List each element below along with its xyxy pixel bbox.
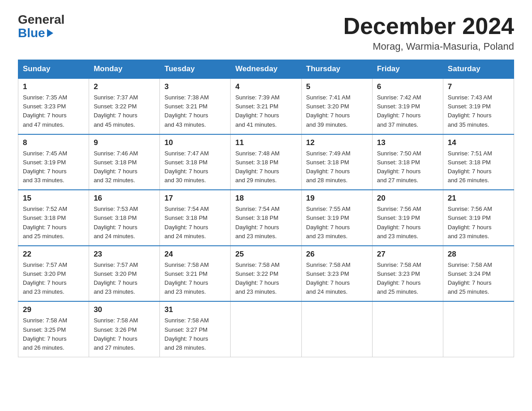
calendar-empty-cell [301,301,372,357]
calendar-day-cell: 30 Sunrise: 7:58 AM Sunset: 3:26 PM Dayl… [89,301,160,357]
day-info: Sunrise: 7:57 AM Sunset: 3:20 PM Dayligh… [94,261,138,295]
calendar-day-cell: 14 Sunrise: 7:51 AM Sunset: 3:18 PM Dayl… [443,134,514,190]
day-info: Sunrise: 7:37 AM Sunset: 3:22 PM Dayligh… [94,94,138,128]
calendar-header-thursday: Thursday [301,60,372,79]
day-number: 13 [377,138,438,147]
day-number: 24 [164,250,226,259]
day-info: Sunrise: 7:49 AM Sunset: 3:18 PM Dayligh… [306,150,351,184]
calendar-week-row: 1 Sunrise: 7:35 AM Sunset: 3:23 PM Dayli… [18,78,514,134]
day-info: Sunrise: 7:53 AM Sunset: 3:18 PM Dayligh… [94,206,138,239]
day-number: 15 [23,194,84,203]
calendar-day-cell: 3 Sunrise: 7:38 AM Sunset: 3:21 PM Dayli… [160,78,231,134]
calendar-day-cell: 20 Sunrise: 7:56 AM Sunset: 3:19 PM Dayl… [372,190,443,246]
calendar-day-cell: 4 Sunrise: 7:39 AM Sunset: 3:21 PM Dayli… [231,78,301,134]
calendar-day-cell: 18 Sunrise: 7:54 AM Sunset: 3:18 PM Dayl… [231,190,301,246]
calendar-week-row: 29 Sunrise: 7:58 AM Sunset: 3:25 PM Dayl… [18,301,514,357]
calendar-header-saturday: Saturday [443,60,514,79]
calendar-title: December 2024 [343,13,514,39]
calendar-day-cell: 24 Sunrise: 7:58 AM Sunset: 3:21 PM Dayl… [160,246,231,302]
day-info: Sunrise: 7:45 AM Sunset: 3:19 PM Dayligh… [23,150,67,184]
day-number: 21 [448,194,509,203]
calendar-day-cell: 22 Sunrise: 7:57 AM Sunset: 3:20 PM Dayl… [18,246,89,302]
logo-general-text: General [18,13,64,26]
calendar-subtitle: Morag, Warmia-Masuria, Poland [343,41,514,52]
day-info: Sunrise: 7:48 AM Sunset: 3:18 PM Dayligh… [235,150,279,184]
calendar-day-cell: 16 Sunrise: 7:53 AM Sunset: 3:18 PM Dayl… [89,190,160,246]
day-info: Sunrise: 7:56 AM Sunset: 3:19 PM Dayligh… [448,206,492,239]
day-info: Sunrise: 7:35 AM Sunset: 3:23 PM Dayligh… [23,94,67,128]
day-number: 20 [377,194,438,203]
day-number: 27 [377,250,438,259]
logo: General Blue [18,13,64,40]
day-number: 16 [94,194,155,203]
day-info: Sunrise: 7:50 AM Sunset: 3:18 PM Dayligh… [377,150,421,184]
day-number: 23 [94,250,155,259]
day-number: 2 [94,82,155,91]
day-info: Sunrise: 7:58 AM Sunset: 3:21 PM Dayligh… [164,261,209,295]
day-info: Sunrise: 7:58 AM Sunset: 3:26 PM Dayligh… [94,317,138,351]
day-number: 6 [377,82,438,91]
day-info: Sunrise: 7:46 AM Sunset: 3:18 PM Dayligh… [94,150,138,184]
calendar-header-wednesday: Wednesday [231,60,301,79]
day-number: 19 [306,194,368,203]
calendar-day-cell: 26 Sunrise: 7:58 AM Sunset: 3:23 PM Dayl… [301,246,372,302]
calendar-day-cell: 10 Sunrise: 7:47 AM Sunset: 3:18 PM Dayl… [160,134,231,190]
day-number: 8 [23,138,84,147]
day-number: 17 [164,194,226,203]
calendar-day-cell: 5 Sunrise: 7:41 AM Sunset: 3:20 PM Dayli… [301,78,372,134]
calendar-header-sunday: Sunday [18,60,89,79]
day-number: 26 [306,250,368,259]
calendar-day-cell: 11 Sunrise: 7:48 AM Sunset: 3:18 PM Dayl… [231,134,301,190]
day-info: Sunrise: 7:42 AM Sunset: 3:19 PM Dayligh… [377,94,421,128]
day-info: Sunrise: 7:58 AM Sunset: 3:27 PM Dayligh… [164,317,209,351]
day-info: Sunrise: 7:38 AM Sunset: 3:21 PM Dayligh… [164,94,209,128]
day-info: Sunrise: 7:58 AM Sunset: 3:24 PM Dayligh… [448,261,492,295]
day-number: 22 [23,250,84,259]
day-info: Sunrise: 7:58 AM Sunset: 3:25 PM Dayligh… [23,317,67,351]
calendar-header-monday: Monday [89,60,160,79]
day-info: Sunrise: 7:39 AM Sunset: 3:21 PM Dayligh… [235,94,279,128]
calendar-day-cell: 19 Sunrise: 7:55 AM Sunset: 3:19 PM Dayl… [301,190,372,246]
page-header: General Blue December 2024 Morag, Warmia… [18,13,514,52]
day-number: 7 [448,82,509,91]
day-number: 11 [235,138,296,147]
day-number: 25 [235,250,296,259]
calendar-day-cell: 2 Sunrise: 7:37 AM Sunset: 3:22 PM Dayli… [89,78,160,134]
calendar-day-cell: 6 Sunrise: 7:42 AM Sunset: 3:19 PM Dayli… [372,78,443,134]
calendar-empty-cell [372,301,443,357]
calendar-day-cell: 28 Sunrise: 7:58 AM Sunset: 3:24 PM Dayl… [443,246,514,302]
title-block: December 2024 Morag, Warmia-Masuria, Pol… [343,13,514,52]
day-number: 1 [23,82,84,91]
day-number: 18 [235,194,296,203]
day-number: 28 [448,250,509,259]
day-info: Sunrise: 7:57 AM Sunset: 3:20 PM Dayligh… [23,261,67,295]
calendar-week-row: 8 Sunrise: 7:45 AM Sunset: 3:19 PM Dayli… [18,134,514,190]
calendar-day-cell: 29 Sunrise: 7:58 AM Sunset: 3:25 PM Dayl… [18,301,89,357]
day-number: 3 [164,82,226,91]
calendar-week-row: 22 Sunrise: 7:57 AM Sunset: 3:20 PM Dayl… [18,246,514,302]
logo-triangle-icon [47,29,53,37]
calendar-day-cell: 31 Sunrise: 7:58 AM Sunset: 3:27 PM Dayl… [160,301,231,357]
day-number: 14 [448,138,509,147]
calendar-day-cell: 23 Sunrise: 7:57 AM Sunset: 3:20 PM Dayl… [89,246,160,302]
day-info: Sunrise: 7:54 AM Sunset: 3:18 PM Dayligh… [164,206,209,239]
calendar-day-cell: 17 Sunrise: 7:54 AM Sunset: 3:18 PM Dayl… [160,190,231,246]
day-info: Sunrise: 7:51 AM Sunset: 3:18 PM Dayligh… [448,150,492,184]
day-info: Sunrise: 7:58 AM Sunset: 3:23 PM Dayligh… [306,261,351,295]
day-info: Sunrise: 7:52 AM Sunset: 3:18 PM Dayligh… [23,206,67,239]
day-number: 31 [164,305,226,314]
calendar-header-row: SundayMondayTuesdayWednesdayThursdayFrid… [18,60,514,79]
day-info: Sunrise: 7:54 AM Sunset: 3:18 PM Dayligh… [235,206,279,239]
calendar-day-cell: 7 Sunrise: 7:43 AM Sunset: 3:19 PM Dayli… [443,78,514,134]
day-info: Sunrise: 7:56 AM Sunset: 3:19 PM Dayligh… [377,206,421,239]
calendar-day-cell: 21 Sunrise: 7:56 AM Sunset: 3:19 PM Dayl… [443,190,514,246]
day-number: 5 [306,82,368,91]
day-number: 29 [23,305,84,314]
logo-blue-text: Blue [18,26,54,40]
day-number: 4 [235,82,296,91]
day-number: 12 [306,138,368,147]
calendar-header-tuesday: Tuesday [160,60,231,79]
calendar-empty-cell [231,301,301,357]
day-info: Sunrise: 7:55 AM Sunset: 3:19 PM Dayligh… [306,206,351,239]
day-info: Sunrise: 7:47 AM Sunset: 3:18 PM Dayligh… [164,150,209,184]
